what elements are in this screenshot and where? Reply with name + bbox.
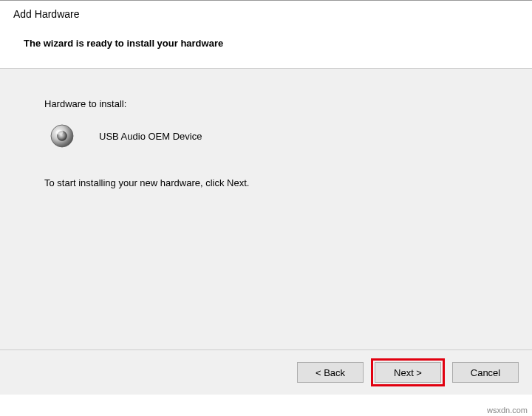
cancel-button[interactable]: Cancel bbox=[452, 362, 519, 383]
device-row: USB Audio OEM Device bbox=[49, 123, 488, 149]
wizard-content: Hardware to install: bbox=[0, 69, 532, 349]
speaker-icon bbox=[49, 123, 75, 149]
svg-point-2 bbox=[56, 130, 64, 134]
back-button[interactable]: < Back bbox=[297, 362, 364, 383]
device-name: USB Audio OEM Device bbox=[99, 131, 202, 142]
instruction-text: To start installing your new hardware, c… bbox=[44, 177, 488, 188]
wizard-subtitle: The wizard is ready to install your hard… bbox=[24, 38, 519, 49]
next-button[interactable]: Next > bbox=[375, 362, 441, 383]
window-title: Add Hardware bbox=[13, 8, 519, 20]
next-highlight: Next > bbox=[371, 358, 445, 386]
wizard-header: Add Hardware The wizard is ready to inst… bbox=[0, 1, 532, 68]
wizard-footer: < Back Next > Cancel bbox=[0, 350, 532, 395]
hardware-label: Hardware to install: bbox=[44, 98, 488, 109]
watermark: wsxdn.com bbox=[487, 406, 528, 415]
